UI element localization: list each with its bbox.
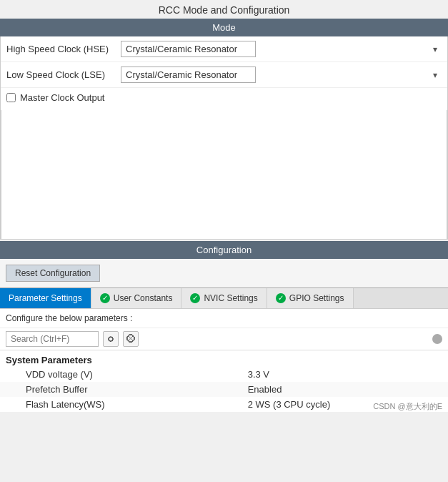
system-params-section: System Parameters VDD voltage (V)3.3 VPr… — [0, 350, 448, 412]
watermark: CSDN @意大利的E — [373, 401, 442, 412]
hse-label: High Speed Clock (HSE) — [6, 44, 121, 54]
mode-header: Mode — [0, 19, 448, 36]
next-nav-button[interactable]: ⭙ — [123, 331, 139, 347]
tab-nvic-settings[interactable]: ✓ NVIC Settings — [181, 288, 267, 308]
mode-spacer — [1, 110, 447, 239]
mode-section: Mode High Speed Clock (HSE) Crystal/Cera… — [0, 19, 448, 240]
param-name: Prefetch Buffer — [0, 382, 242, 397]
search-input[interactable] — [6, 331, 99, 347]
param-name: VDD voltage (V) — [0, 367, 242, 382]
lse-label: Low Speed Clock (LSE) — [6, 69, 121, 80]
config-header: Configuration — [0, 241, 448, 259]
page-title: RCC Mode and Configuration — [0, 0, 448, 19]
table-row: VDD voltage (V)3.3 V — [0, 367, 448, 382]
nvic-settings-check-icon: ✓ — [190, 293, 200, 303]
config-body: Reset Configuration Parameter Settings ✓… — [0, 259, 448, 412]
param-area: Configure the below parameters : ⭘ ⭙ Sys… — [0, 308, 448, 412]
param-value: 3.3 V — [242, 367, 448, 382]
hse-select[interactable]: Crystal/Ceramic ResonatorBypass Clock So… — [121, 41, 256, 57]
tab-nvic-settings-label: NVIC Settings — [204, 293, 257, 303]
tab-user-constants[interactable]: ✓ User Constants — [91, 288, 182, 308]
master-clock-checkbox[interactable] — [6, 93, 16, 102]
master-clock-row: Master Clock Output — [1, 88, 447, 110]
lse-select-wrapper: Crystal/Ceramic ResonatorBypass Clock So… — [121, 67, 442, 83]
table-row: Prefetch BufferEnabled — [0, 382, 448, 397]
hse-select-wrapper: Crystal/Ceramic ResonatorBypass Clock So… — [121, 41, 442, 57]
tab-gpio-settings[interactable]: ✓ GPIO Settings — [267, 288, 354, 308]
param-value: Enabled — [242, 382, 448, 397]
configuration-section: Configuration Reset Configuration Parame… — [0, 241, 448, 412]
tab-gpio-settings-label: GPIO Settings — [289, 293, 344, 303]
user-constants-check-icon: ✓ — [100, 293, 110, 303]
prev-nav-button[interactable]: ⭘ — [103, 331, 119, 347]
system-params-title: System Parameters — [0, 350, 448, 367]
tab-user-constants-label: User Constants — [114, 293, 173, 303]
lse-row: Low Speed Clock (LSE) Crystal/Ceramic Re… — [1, 62, 447, 88]
hse-row: High Speed Clock (HSE) Crystal/Ceramic R… — [1, 36, 447, 62]
configure-text: Configure the below parameters : — [0, 309, 448, 328]
param-name: Flash Latency(WS) — [0, 397, 242, 412]
tab-parameter-settings-label: Parameter Settings — [9, 293, 82, 303]
mode-body: High Speed Clock (HSE) Crystal/Ceramic R… — [0, 36, 448, 240]
gpio-settings-check-icon: ✓ — [276, 293, 286, 303]
status-dot — [432, 334, 442, 344]
tabs-row: Parameter Settings ✓ User Constants ✓ NV… — [0, 287, 448, 308]
master-clock-label[interactable]: Master Clock Output — [20, 92, 105, 103]
search-row: ⭘ ⭙ — [0, 328, 448, 350]
tab-parameter-settings[interactable]: Parameter Settings — [0, 288, 91, 308]
reset-configuration-button[interactable]: Reset Configuration — [6, 265, 100, 282]
lse-select[interactable]: Crystal/Ceramic ResonatorBypass Clock So… — [121, 67, 256, 83]
